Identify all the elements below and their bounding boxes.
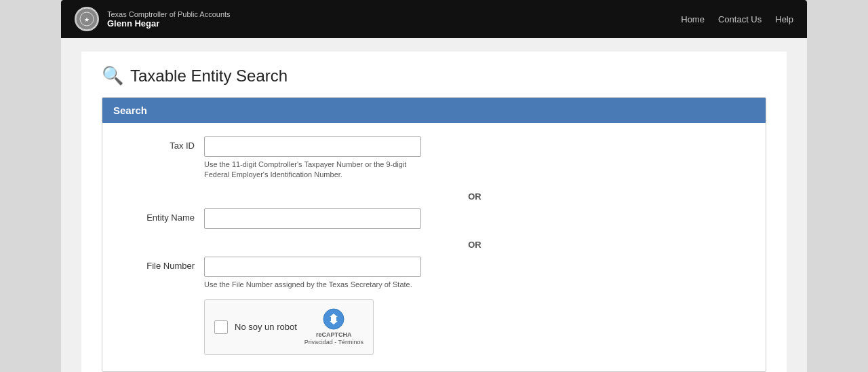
tax-id-field-wrapper: Use the 11-digit Comptroller's Taxpayer … — [204, 136, 421, 181]
recaptcha-label: No soy un robot — [235, 322, 297, 332]
tax-id-input[interactable] — [204, 136, 421, 157]
entity-name-input[interactable] — [204, 208, 421, 229]
search-section-label: Search — [113, 105, 147, 116]
search-icon: 🔍 — [102, 65, 123, 86]
recaptcha-logo-area: reCAPTCHA Privacidad - Términos — [304, 308, 363, 346]
file-number-row: File Number Use the File Number assigned… — [123, 257, 745, 290]
search-panel-header: Search — [102, 98, 766, 123]
header-brand: ★ Texas Comptroller of Public Accounts G… — [75, 7, 231, 31]
file-number-field-wrapper: Use the File Number assigned by the Texa… — [204, 257, 421, 290]
nav-help[interactable]: Help — [775, 14, 793, 24]
seal-logo: ★ — [75, 7, 99, 31]
recaptcha-checkbox[interactable] — [214, 320, 228, 334]
entity-name-row: Entity Name — [123, 208, 745, 229]
svg-text:★: ★ — [84, 16, 90, 23]
page-title: Taxable Entity Search — [130, 67, 288, 86]
recaptcha-left: No soy un robot — [214, 320, 297, 334]
recaptcha-brand-label: reCAPTCHA Privacidad - Términos — [304, 331, 363, 346]
entity-name-label: Entity Name — [123, 208, 204, 223]
page-title-row: 🔍 Taxable Entity Search — [102, 65, 766, 86]
nav-home[interactable]: Home — [681, 14, 705, 24]
tax-id-hint: Use the 11-digit Comptroller's Taxpayer … — [204, 160, 421, 181]
file-number-label: File Number — [123, 257, 204, 271]
recaptcha-widget[interactable]: No soy un robot reCAPTCHA Privacidad - T… — [204, 299, 374, 355]
org-name: Texas Comptroller of Public Accounts — [107, 10, 231, 18]
file-number-hint: Use the File Number assigned by the Texa… — [204, 280, 421, 290]
file-number-input[interactable] — [204, 257, 421, 277]
tax-id-label: Tax ID — [123, 136, 204, 151]
entity-name-field-wrapper — [204, 208, 421, 229]
header: ★ Texas Comptroller of Public Accounts G… — [61, 0, 807, 38]
search-panel-body: Tax ID Use the 11-digit Comptroller's Ta… — [102, 123, 766, 371]
header-nav: Home Contact Us Help — [681, 14, 793, 24]
tax-id-row: Tax ID Use the 11-digit Comptroller's Ta… — [123, 136, 745, 181]
recaptcha-logo-icon — [323, 308, 344, 330]
search-panel: Search Tax ID Use the 11-digit Comptroll… — [102, 97, 766, 372]
or-divider-1: OR — [204, 185, 745, 208]
header-titles: Texas Comptroller of Public Accounts Gle… — [107, 10, 231, 29]
main-content: 🔍 Taxable Entity Search Search Tax ID Us… — [81, 52, 787, 372]
comptroller-name: Glenn Hegar — [107, 18, 231, 29]
nav-contact[interactable]: Contact Us — [718, 14, 762, 24]
or-divider-2: OR — [204, 233, 745, 257]
